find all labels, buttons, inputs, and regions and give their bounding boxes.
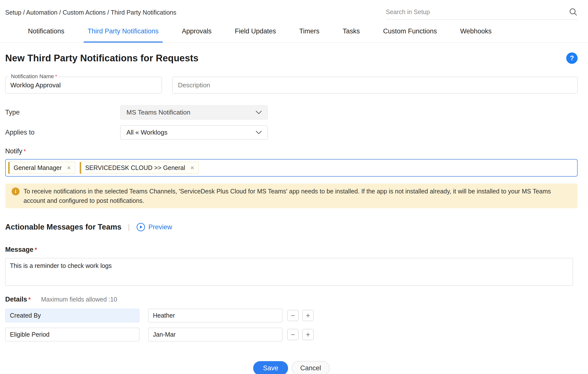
tab-approvals[interactable]: Approvals (178, 27, 216, 42)
detail-field-input[interactable] (5, 309, 139, 322)
chip-label: SERVICEDESK CLOUD >> General (85, 164, 185, 171)
description-input[interactable] (172, 77, 577, 93)
applies-to-value: All « Worklogs (126, 129, 168, 136)
tab-bar: Notifications Third Party Notifications … (0, 27, 588, 43)
name-description-row: Notification Name* (5, 77, 578, 94)
info-icon: i (12, 187, 20, 195)
message-textarea[interactable]: This is a reminder to check work logs (5, 258, 573, 286)
banner-text: To receive notifications in the selected… (24, 187, 571, 205)
chevron-down-icon (256, 131, 262, 134)
add-field-button[interactable]: + (302, 329, 314, 340)
tab-field-updates[interactable]: Field Updates (231, 27, 280, 42)
breadcrumb[interactable]: Setup / Automation / Custom Actions / Th… (5, 9, 176, 20)
ms-teams-info-banner: i To receive notifications in the select… (5, 184, 578, 208)
select-section: Type MS Teams Notification Applies to Al… (5, 105, 578, 140)
tab-notifications[interactable]: Notifications (24, 27, 68, 42)
page-title: New Third Party Notifications for Reques… (5, 53, 198, 64)
required-asterisk: * (35, 246, 37, 253)
setup-search[interactable] (386, 7, 578, 20)
notification-name-field: Notification Name* (5, 77, 162, 94)
divider: | (128, 223, 130, 231)
tab-third-party-notifications[interactable]: Third Party Notifications (84, 27, 163, 43)
form-actions: Save Cancel (5, 361, 578, 374)
type-label: Type (5, 109, 120, 116)
details-label: Details* (5, 296, 31, 303)
details-header: Details* Maximum fields allowed :10 (5, 296, 578, 303)
save-button[interactable]: Save (253, 361, 288, 374)
search-input[interactable] (386, 8, 569, 16)
notify-chip: General Manager ✕ (8, 162, 75, 174)
help-icon[interactable]: ? (566, 52, 578, 64)
detail-field-input[interactable] (5, 328, 139, 341)
chevron-down-icon (256, 111, 262, 114)
chip-label: General Manager (14, 164, 62, 171)
preview-button[interactable]: Preview (136, 223, 172, 232)
tab-custom-functions[interactable]: Custom Functions (379, 27, 441, 42)
section-title: Actionable Messages for Teams (5, 223, 122, 232)
message-label: Message* (5, 246, 578, 254)
required-asterisk: * (55, 74, 57, 79)
type-row: Type MS Teams Notification (5, 105, 578, 119)
notify-multiselect[interactable]: General Manager ✕ SERVICEDESK CLOUD >> G… (5, 159, 578, 177)
add-field-button[interactable]: + (302, 310, 314, 321)
detail-row: − + (5, 309, 578, 322)
notify-chip: SERVICEDESK CLOUD >> General ✕ (80, 162, 198, 174)
required-asterisk: * (28, 296, 31, 303)
type-dropdown[interactable]: MS Teams Notification (120, 105, 268, 119)
detail-value-input[interactable] (148, 328, 282, 341)
detail-row: − + (5, 328, 578, 341)
tab-webhooks[interactable]: Webhooks (456, 27, 495, 42)
title-row: New Third Party Notifications for Reques… (5, 52, 578, 64)
description-field (172, 77, 578, 94)
applies-to-label: Applies to (5, 129, 120, 136)
notify-label: Notify* (5, 147, 578, 155)
detail-value-input[interactable] (148, 309, 282, 322)
play-icon (136, 223, 145, 232)
tab-timers[interactable]: Timers (295, 27, 323, 42)
main-content: New Third Party Notifications for Reques… (0, 52, 588, 374)
chip-remove-icon[interactable]: ✕ (190, 165, 195, 171)
chip-remove-icon[interactable]: ✕ (67, 165, 71, 171)
preview-label: Preview (148, 223, 172, 231)
details-hint: Maximum fields allowed :10 (41, 296, 117, 303)
cancel-button[interactable]: Cancel (292, 361, 330, 374)
tab-tasks[interactable]: Tasks (339, 27, 364, 42)
type-value: MS Teams Notification (126, 109, 190, 116)
applies-to-dropdown[interactable]: All « Worklogs (120, 125, 268, 140)
actionable-messages-section: Actionable Messages for Teams | Preview (5, 223, 578, 232)
required-asterisk: * (24, 148, 26, 155)
search-icon[interactable] (569, 7, 578, 16)
top-bar: Setup / Automation / Custom Actions / Th… (0, 0, 588, 20)
notification-name-label: Notification Name* (9, 73, 59, 80)
remove-field-button[interactable]: − (287, 329, 298, 340)
remove-field-button[interactable]: − (287, 310, 298, 321)
applies-to-row: Applies to All « Worklogs (5, 125, 578, 140)
